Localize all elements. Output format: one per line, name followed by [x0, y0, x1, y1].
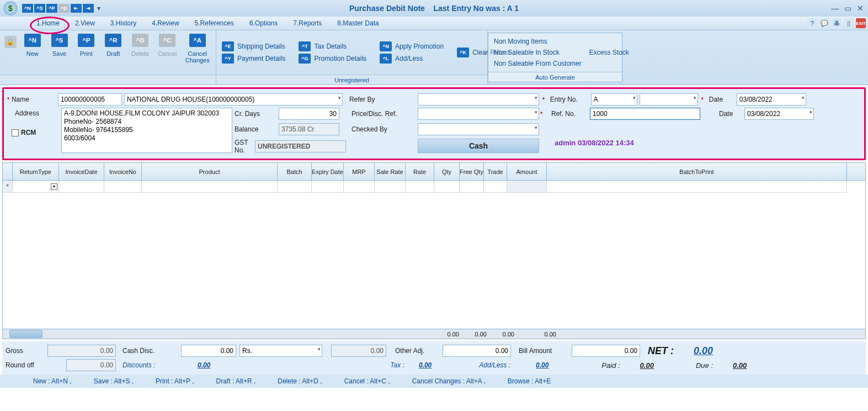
maximize-icon[interactable]: ▭ [843, 4, 853, 13]
col-header[interactable]: Sale Rate [375, 163, 406, 180]
cancel-label: Cancel [158, 50, 177, 57]
billamt-field[interactable] [572, 345, 640, 357]
name-code-input[interactable] [58, 93, 122, 106]
otheradj-field[interactable] [443, 345, 511, 357]
grid-cell[interactable] [484, 181, 507, 193]
chat-icon[interactable]: 💬 [819, 18, 829, 28]
addless-link[interactable]: ^LAdd/Less [380, 54, 444, 64]
col-header[interactable]: Qty [434, 163, 460, 180]
non-saleable-customer-link[interactable]: Non Saleable From Customer [494, 60, 582, 67]
exit-icon[interactable]: EXIT [856, 18, 866, 28]
grid-cell[interactable] [104, 181, 142, 193]
col-header[interactable]: InvoiceDate [59, 163, 104, 180]
req-mark: * [542, 97, 545, 103]
grid-cell[interactable] [434, 181, 460, 193]
col-header[interactable]: BatchToPrint [547, 163, 847, 180]
printer-icon[interactable]: 🖶 [832, 18, 842, 28]
grid-cell[interactable] [375, 181, 406, 193]
col-header[interactable]: InvoiceNo [104, 163, 142, 180]
apply-promotion-link[interactable]: ^NApply Promotion [380, 41, 444, 51]
grid-cell[interactable]: * [3, 181, 13, 193]
col-header[interactable]: MRP [344, 163, 375, 180]
date2-input[interactable]: 03/08/2022▾ [744, 108, 814, 120]
entry-no-dropdown[interactable]: ▾ [640, 93, 698, 106]
entry-series-dropdown[interactable]: A▾ [591, 93, 637, 106]
tax-details-link[interactable]: ^TTax Details [299, 41, 366, 51]
grid-cell[interactable] [507, 181, 547, 193]
col-header[interactable]: Rate [406, 163, 434, 180]
draft-label: Draft [106, 50, 120, 57]
qat-customize-icon[interactable]: ▾ [95, 4, 103, 13]
grid-cell[interactable] [547, 181, 847, 193]
minimize-icon[interactable]: — [830, 4, 840, 13]
grid-cell[interactable] [406, 181, 434, 193]
tab-history[interactable]: 3.History [103, 17, 144, 30]
refno-label: Ref. No. [551, 110, 590, 118]
qat-draft-icon[interactable]: ^D [58, 4, 70, 13]
qat-print-icon[interactable]: ^P [46, 4, 57, 13]
grid-cell[interactable]: ▾ [13, 181, 59, 193]
tab-home[interactable]: 1.Home [29, 17, 67, 30]
promotion-details-link[interactable]: ^GPromotion Details [299, 54, 366, 64]
grid-cell[interactable] [312, 181, 344, 193]
col-header[interactable]: Amount [507, 163, 547, 180]
tab-masterdata[interactable]: 8.Master Data [329, 17, 386, 30]
save-icon: ^S [51, 34, 68, 47]
grid-hscroll[interactable]: 0.00 0.00 0.00 0.00 [3, 329, 865, 339]
close-icon[interactable]: ✕ [856, 4, 865, 13]
col-header[interactable]: Product [142, 163, 278, 180]
crdays-input[interactable] [279, 108, 339, 120]
grid-cell[interactable] [460, 181, 484, 193]
name-full-dropdown[interactable]: NATIONAL DRUG HOUSE(100000000005)▾ [124, 93, 343, 106]
qat-save-icon[interactable]: ^S [34, 4, 45, 13]
tab-references[interactable]: 5.References [187, 17, 242, 30]
priceref-dropdown[interactable]: ▾ [418, 108, 539, 120]
referby-dropdown[interactable]: ▾ [418, 93, 539, 106]
grid-cell[interactable] [59, 181, 104, 193]
grid-cell[interactable] [142, 181, 278, 193]
col-header[interactable] [3, 163, 13, 180]
help-icon[interactable]: ? [807, 18, 817, 28]
grid-cell[interactable] [278, 181, 312, 193]
save-button[interactable]: ^SSave [46, 33, 72, 72]
col-header[interactable]: Free Qty [460, 163, 484, 180]
excess-stock-link[interactable]: Excess Stock [589, 49, 629, 56]
cashdisc-unit-dropdown[interactable]: Rs.▾ [239, 345, 322, 357]
col-header[interactable]: ReturnType [13, 163, 59, 180]
non-saleable-stock-link[interactable]: Non Saleable In Stock [494, 49, 582, 56]
tab-options[interactable]: 6.Options [242, 17, 285, 30]
cancel-changes-button[interactable]: ^ACancel Changes [181, 33, 214, 72]
cashdisc-field[interactable] [181, 345, 236, 357]
shipping-details-link[interactable]: ^EShipping Details [222, 41, 285, 51]
clear-return-icon: ^K [457, 48, 469, 57]
tab-review[interactable]: 4.Review [144, 17, 187, 30]
payment-details-link[interactable]: ^YPayment Details [222, 54, 285, 64]
cash-button[interactable]: Cash [418, 139, 539, 153]
new-icon: ^N [24, 34, 41, 47]
chevron-down-icon: ▾ [633, 95, 636, 101]
grid-cell[interactable] [344, 181, 375, 193]
col-header[interactable]: Trade [484, 163, 507, 180]
title-main: Purchase Debit Note [349, 4, 425, 13]
checkedby-dropdown[interactable]: ▾ [418, 123, 539, 135]
qat-first-icon[interactable]: ⇤ [71, 4, 82, 13]
refno-input[interactable] [590, 108, 700, 120]
tab-reports[interactable]: 7.Reports [285, 17, 329, 30]
qat-new-icon[interactable]: ^N [22, 4, 33, 13]
rcm-checkbox[interactable] [12, 129, 19, 136]
tab-view[interactable]: 2.View [67, 17, 103, 30]
col-header[interactable]: Expiry Date [312, 163, 344, 180]
ribbon-group1-footer [0, 75, 216, 85]
date1-input[interactable]: 03/08/2022▾ [737, 93, 806, 106]
scrollbar-thumb[interactable] [9, 330, 42, 338]
col-header[interactable]: Batch [278, 163, 312, 180]
print-button[interactable]: ^PPrint [73, 33, 99, 72]
req-mark: * [7, 97, 9, 103]
new-button[interactable]: ^NNew [19, 33, 45, 72]
grid-new-row[interactable]: *▾ [3, 181, 865, 193]
draft-button[interactable]: ^RDraft [100, 33, 126, 72]
device-icon[interactable]: ▯ [844, 18, 854, 28]
non-moving-link[interactable]: Non Moving Items [494, 38, 582, 45]
qat-last-icon[interactable]: ⇥ [83, 4, 94, 13]
lock-button[interactable]: 🔒 [2, 33, 18, 72]
